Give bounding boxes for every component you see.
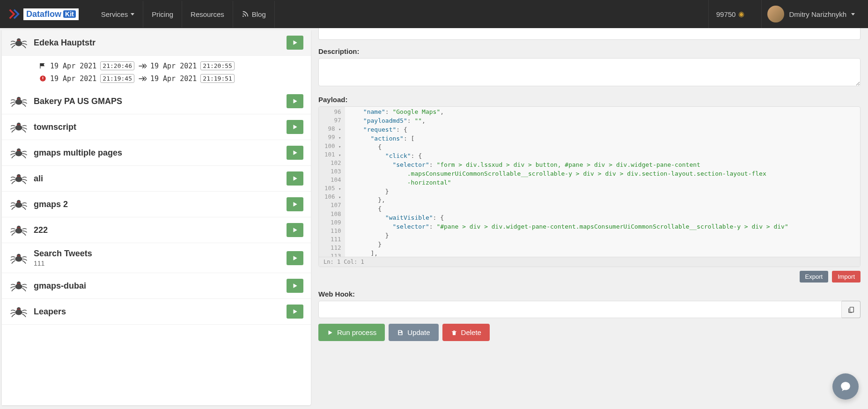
svg-point-40 [17, 309, 18, 310]
spider-item[interactable]: Bakery PA US GMAPS [2, 89, 311, 114]
svg-point-12 [17, 124, 18, 125]
export-button[interactable]: Export [800, 271, 829, 283]
run-spider-button[interactable] [287, 171, 303, 186]
nav-pricing[interactable]: Pricing [143, 1, 182, 28]
spider-name: gmaps multiple pages [34, 148, 287, 158]
play-icon [292, 98, 298, 104]
svg-point-2 [17, 38, 21, 42]
svg-rect-42 [850, 307, 853, 312]
user-menu[interactable]: Dmitry Narizhnykh [761, 0, 861, 28]
delete-button[interactable]: Delete [442, 324, 490, 341]
run-end-date: 19 Apr 2021 [150, 74, 197, 83]
brand-icon [7, 7, 21, 21]
play-icon [327, 329, 333, 336]
svg-point-36 [17, 283, 18, 284]
spider-item[interactable]: gmaps multiple pages [2, 140, 311, 166]
spider-subtitle: 111 [34, 260, 287, 267]
update-button[interactable]: Update [389, 324, 438, 341]
svg-point-24 [17, 201, 18, 202]
spider-item[interactable]: gmaps-dubai [2, 273, 311, 299]
spider-info: Leapers [34, 307, 287, 317]
svg-point-27 [17, 226, 21, 230]
spider-icon [9, 120, 28, 134]
code-line: } [349, 187, 856, 196]
name-input-bottom-edge[interactable] [318, 28, 861, 40]
spider-item[interactable]: townscript [2, 114, 311, 140]
spider-name: ali [34, 174, 287, 184]
nav-services[interactable]: Services [93, 1, 144, 28]
run-process-button[interactable]: Run process [318, 324, 385, 341]
spider-icon [9, 223, 28, 237]
spider-name: Leapers [34, 307, 287, 317]
svg-point-15 [17, 149, 21, 152]
code-line: "waitVisible": { [349, 214, 856, 223]
spider-name: Search Tweets [34, 249, 287, 259]
run-start-date: 19 Apr 2021 [50, 62, 96, 70]
brand-logo[interactable]: DataflowKit [7, 7, 79, 21]
nav-blog[interactable]: Blog [233, 1, 275, 28]
play-icon [292, 149, 298, 156]
svg-point-7 [17, 97, 21, 101]
spider-item[interactable]: gmaps 2 [2, 192, 311, 217]
credits-display[interactable]: 99750 ◉ [708, 0, 752, 28]
spider-name: gmaps-dubai [34, 281, 287, 291]
chat-icon [839, 380, 852, 393]
spider-icon [9, 305, 28, 318]
spider-item[interactable]: ali [2, 166, 311, 192]
spider-item[interactable]: 222 [2, 217, 311, 243]
spider-item[interactable]: Leapers [2, 299, 311, 325]
spider-info: Bakery PA US GMAPS [34, 97, 287, 106]
run-spider-button[interactable] [287, 197, 303, 211]
spider-info: ali [34, 174, 287, 184]
spider-item[interactable]: Edeka Hauptstr [2, 30, 311, 56]
nav-resources[interactable]: Resources [182, 1, 233, 28]
description-input[interactable] [318, 58, 861, 86]
svg-point-16 [17, 150, 18, 151]
code-line: }, [349, 196, 856, 205]
username: Dmitry Narizhnykh [789, 10, 846, 18]
run-spider-button[interactable] [287, 94, 303, 108]
run-spider-button[interactable] [287, 279, 303, 293]
svg-point-23 [17, 200, 21, 204]
spider-info: gmaps-dubai [34, 281, 287, 291]
webhook-label: Web Hook: [318, 290, 861, 298]
run-spider-button[interactable] [287, 223, 303, 237]
webhook-clipboard-button[interactable] [842, 301, 861, 318]
spider-item[interactable]: Search Tweets111 [2, 243, 311, 273]
run-spider-button[interactable] [287, 120, 303, 134]
spider-icon [9, 146, 28, 159]
description-label: Description: [318, 47, 861, 55]
svg-point-37 [19, 283, 20, 284]
code-line: } [349, 231, 856, 240]
spider-icon [9, 36, 28, 49]
run-row[interactable]: 19 Apr 202121:20:4619 Apr 202121:20:55 [39, 59, 303, 72]
run-spider-button[interactable] [287, 305, 303, 319]
code-line: { [349, 205, 856, 214]
chevron-down-icon [851, 13, 855, 15]
clipboard-icon [847, 306, 855, 313]
import-button[interactable]: Import [832, 271, 861, 283]
chat-widget-button[interactable] [832, 373, 859, 400]
run-spider-button[interactable] [287, 251, 303, 265]
run-spider-button[interactable] [287, 146, 303, 160]
arrow-right-icon [138, 63, 147, 69]
code-content[interactable]: "name": "Google Maps", "payloadmd5": "",… [345, 107, 860, 257]
code-line: "request": { [349, 126, 856, 134]
main-nav: Services Pricing Resources Blog [93, 1, 275, 28]
run-row[interactable]: 19 Apr 202121:19:4519 Apr 202121:19:51 [39, 72, 303, 85]
play-icon [292, 227, 298, 233]
code-line: "click": { [349, 152, 856, 161]
code-status-bar: Ln: 1 Col: 1 [319, 257, 860, 267]
webhook-input[interactable] [318, 301, 842, 318]
code-line: { [349, 143, 856, 152]
spider-icon [9, 279, 28, 292]
run-spider-button[interactable] [287, 36, 303, 50]
spider-list[interactable]: Edeka Hauptstr19 Apr 202121:20:4619 Apr … [2, 30, 311, 405]
spider-info: 222 [34, 225, 287, 235]
spider-name: Edeka Hauptstr [34, 38, 287, 48]
svg-point-29 [19, 227, 20, 228]
svg-point-17 [19, 150, 20, 151]
payload-editor[interactable]: 96 97 98 ▾99 ▾100 ▾101 ▾102 103 104 105 … [318, 106, 861, 267]
code-line: } [349, 240, 856, 249]
play-icon [292, 308, 298, 315]
